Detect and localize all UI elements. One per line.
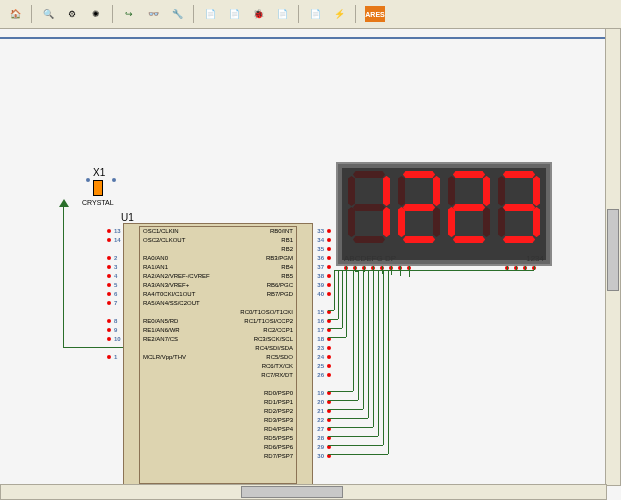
pin-dot	[107, 292, 111, 296]
bus-wire	[328, 409, 363, 410]
bus-wire	[346, 266, 347, 270]
bus-wire	[373, 270, 374, 274]
schematic-canvas[interactable]: X1 CRYSTAL U1 13 OSC1/CLKIN 14 OSC2/CLKO…	[0, 29, 621, 500]
bus-wire	[368, 270, 369, 273]
pin-dot	[107, 319, 111, 323]
ic-ref: U1	[121, 212, 134, 223]
bug-icon[interactable]: 🐞	[247, 3, 269, 25]
pin-num: 9	[114, 327, 117, 333]
zoom-icon[interactable]: 🔍	[37, 3, 59, 25]
bus-wire	[334, 270, 335, 310]
pin-label: RD5/PSP5	[264, 435, 293, 441]
bus-wire	[358, 270, 359, 400]
pin-label: RB3/PGM	[266, 255, 293, 261]
bus-wire	[355, 266, 356, 271]
bus-wire	[338, 270, 339, 319]
pin-dot	[327, 256, 331, 260]
display-pins-right: 1234	[526, 254, 544, 263]
pin-num: 21	[317, 408, 324, 414]
pin-num: 8	[114, 318, 117, 324]
pin-num: 17	[317, 327, 324, 333]
pin-num: 27	[317, 426, 324, 432]
doc1-icon[interactable]: 📄	[199, 3, 221, 25]
pin-label: RA2/AN2/VREF-/CVREF	[143, 273, 210, 279]
bus-wire	[388, 270, 389, 277]
pin-num: 6	[114, 291, 117, 297]
digit-0	[346, 169, 392, 245]
digit-1	[396, 169, 442, 245]
crystal-symbol[interactable]	[93, 180, 103, 196]
crystal-pin2	[112, 178, 116, 182]
doc2-icon[interactable]: 📄	[223, 3, 245, 25]
bus-wire	[534, 266, 535, 270]
bus-wire	[328, 436, 378, 437]
pin-label: RA5/AN4/SS/C2OUT	[143, 300, 200, 306]
seven-segment-display[interactable]: ABCDEFG DP 1234	[336, 162, 552, 266]
pin-num: 16	[317, 318, 324, 324]
pin-num: 37	[317, 264, 324, 270]
pin-num: 29	[317, 444, 324, 450]
pin-num: 35	[317, 246, 324, 252]
pin-label: RC0/T1OSO/T1CKI	[240, 309, 293, 315]
wrench-icon[interactable]: 🔧	[166, 3, 188, 25]
bus-wire	[388, 270, 389, 454]
bus-wire	[346, 270, 353, 271]
bus-wire	[400, 266, 401, 276]
pin-num: 40	[317, 291, 324, 297]
bolt-icon[interactable]: 📄	[304, 3, 326, 25]
arrow-icon[interactable]: ↪	[118, 3, 140, 25]
bus-wire	[358, 270, 359, 271]
ares-button[interactable]: ARES	[365, 6, 385, 22]
pin-num: 14	[114, 237, 121, 243]
doc3-icon[interactable]: 📄	[271, 3, 293, 25]
bus-wire	[364, 266, 365, 272]
pin-label: RC3/SCK/SCL	[254, 336, 293, 342]
pin-num: 4	[114, 273, 117, 279]
pin-label: RD6/PSP6	[264, 444, 293, 450]
bus-wire	[368, 270, 369, 418]
crystal-value: CRYSTAL	[82, 199, 114, 206]
pin-dot	[327, 292, 331, 296]
home-icon[interactable]: 🏠	[4, 3, 26, 25]
pin-label: RB7/PGD	[267, 291, 293, 297]
pin-label: RE1/AN6/WR	[143, 327, 180, 333]
ic-body[interactable]: 13 OSC1/CLKIN 14 OSC2/CLKOUT 2 RA0/AN0 3…	[123, 223, 313, 487]
bus-wire	[328, 454, 388, 455]
pin-num: 15	[317, 309, 324, 315]
pin-dot	[107, 337, 111, 341]
cogs-icon[interactable]: ⚙	[61, 3, 83, 25]
pin-label: RC1/T1OSI/CCP2	[244, 318, 293, 324]
pin-dot	[327, 373, 331, 377]
pin-num: 20	[317, 399, 324, 405]
pin-dot	[327, 229, 331, 233]
pin-num: 2	[114, 255, 117, 261]
crystal-pin1	[86, 178, 90, 182]
pin-label: RD2/PSP2	[264, 408, 293, 414]
scrollbar-horizontal[interactable]	[0, 484, 607, 500]
pin-dot	[107, 301, 111, 305]
binoculars-icon[interactable]: 👓	[142, 3, 164, 25]
pin-num: 36	[317, 255, 324, 261]
pin-num: 34	[317, 237, 324, 243]
digit-2	[446, 169, 492, 245]
bus-wire	[346, 270, 347, 337]
pin-label: RD3/PSP3	[264, 417, 293, 423]
pin-num: 3	[114, 264, 117, 270]
gear-icon[interactable]: ✺	[85, 3, 107, 25]
pin-label: RA3/AN3/VREF+	[143, 282, 189, 288]
pin-dot	[327, 238, 331, 242]
pin-dot	[107, 328, 111, 332]
bus-wire	[328, 310, 334, 311]
pin-dot	[327, 265, 331, 269]
pin-dot	[327, 274, 331, 278]
bolt2-icon[interactable]: ⚡	[328, 3, 350, 25]
bus-wire	[355, 271, 358, 272]
scrollbar-vertical[interactable]	[605, 28, 621, 486]
bus-wire	[409, 266, 410, 277]
pin-num: 26	[317, 372, 324, 378]
pin-num: 13	[114, 228, 121, 234]
pin-dot	[107, 238, 111, 242]
pin-dot	[107, 256, 111, 260]
bus-wire	[373, 270, 374, 427]
pin-num: 30	[317, 453, 324, 459]
